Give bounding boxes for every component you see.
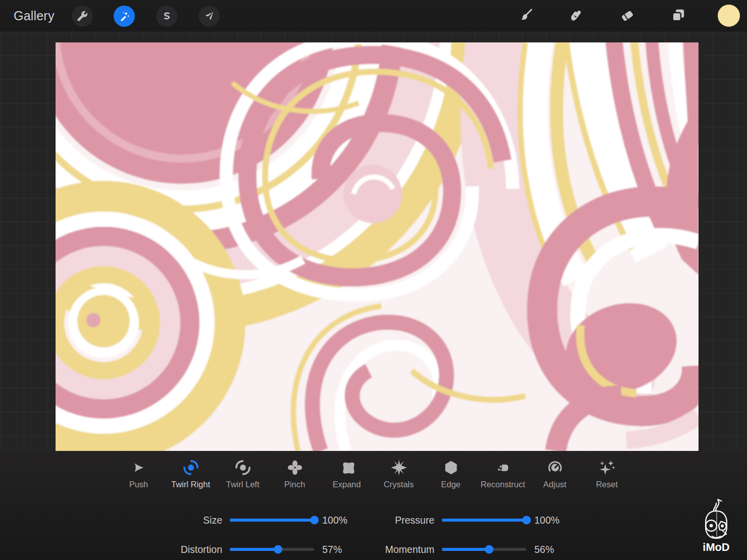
layers-button[interactable]: [670, 8, 687, 25]
mode-pinch[interactable]: Pinch: [269, 457, 321, 489]
smudge-icon: [569, 8, 584, 25]
mode-edge[interactable]: Edge: [425, 457, 477, 489]
size-slider-value: 100%: [322, 515, 347, 526]
top-toolbar: Gallery: [0, 0, 747, 32]
reset-icon: [599, 457, 616, 478]
wrench-icon: [77, 11, 88, 22]
mode-adjust[interactable]: Adjust: [529, 457, 581, 489]
pressure-slider[interactable]: [442, 519, 526, 522]
selection-s-icon: [161, 11, 172, 22]
edge-icon: [443, 457, 459, 478]
imod-logo-icon: iMoD: [699, 498, 734, 553]
push-icon: [130, 457, 147, 478]
size-slider[interactable]: [230, 519, 314, 522]
brush-icon: [518, 8, 533, 25]
mode-twirl-right[interactable]: Twirl Right: [165, 457, 217, 489]
selection-button[interactable]: [156, 6, 177, 27]
eraser-icon: [620, 8, 635, 25]
crystals-icon: [390, 457, 408, 478]
layers-icon: [671, 8, 686, 25]
twirl-right-icon: [183, 457, 199, 478]
size-slider-group: Size 100%: [162, 514, 347, 527]
distortion-slider-group: Distortion 57%: [162, 543, 342, 556]
mode-crystals[interactable]: Crystals: [373, 457, 425, 489]
liquify-modes: Push Twirl Right: [113, 457, 633, 489]
workspace: [0, 32, 747, 451]
pressure-slider-value: 100%: [534, 515, 560, 526]
mode-reconstruct[interactable]: Reconstruct: [477, 457, 529, 489]
pressure-slider-label: Pressure: [374, 515, 434, 526]
mode-reset[interactable]: Reset: [581, 457, 633, 489]
mode-expand[interactable]: Expand: [321, 457, 373, 489]
transform-button[interactable]: [198, 6, 220, 27]
actions-button[interactable]: [72, 6, 93, 27]
paint-button[interactable]: [517, 8, 534, 25]
imod-watermark-label: iMoD: [703, 541, 729, 553]
momentum-slider-label: Momentum: [374, 544, 434, 555]
distortion-slider-value: 57%: [322, 544, 342, 555]
momentum-slider[interactable]: [442, 548, 526, 551]
smudge-button[interactable]: [568, 8, 585, 25]
mode-twirl-left[interactable]: Twirl Left: [217, 457, 269, 489]
momentum-slider-value: 56%: [534, 544, 554, 555]
mode-push[interactable]: Push: [113, 457, 165, 489]
distortion-slider-label: Distortion: [162, 544, 222, 555]
adjust-icon: [547, 457, 563, 478]
color-swatch[interactable]: [718, 5, 740, 27]
adjustments-button[interactable]: [114, 6, 135, 27]
erase-button[interactable]: [619, 8, 636, 25]
canvas[interactable]: [56, 42, 699, 451]
expand-icon: [339, 457, 355, 478]
transform-arrow-icon: [204, 11, 215, 22]
liquify-panel: Push Twirl Right: [0, 451, 747, 560]
reconstruct-icon: [494, 457, 512, 478]
distortion-slider[interactable]: [230, 548, 314, 551]
momentum-slider-group: Momentum 56%: [374, 543, 554, 556]
pressure-slider-group: Pressure 100%: [374, 514, 560, 527]
size-slider-label: Size: [162, 515, 222, 526]
artwork: [56, 42, 699, 451]
imod-watermark: iMoD: [699, 498, 734, 555]
procreate-app: Gallery: [0, 0, 747, 560]
pinch-icon: [287, 457, 303, 478]
gallery-button[interactable]: Gallery: [14, 0, 55, 32]
twirl-left-icon: [235, 457, 251, 478]
magic-wand-icon: [118, 10, 130, 22]
